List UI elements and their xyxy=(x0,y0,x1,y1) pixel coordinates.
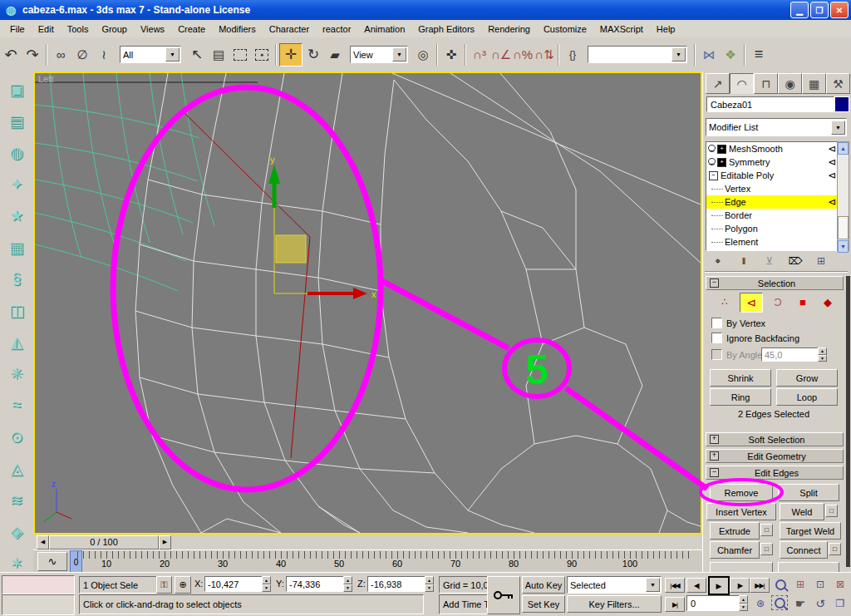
tab-display-icon[interactable]: ▦ xyxy=(802,73,826,94)
constraint-solver-icon[interactable]: ◈ xyxy=(4,517,29,545)
menu-rendering[interactable]: Rendering xyxy=(481,22,537,36)
move-gizmo[interactable]: x y xyxy=(268,155,376,299)
chamfer-button[interactable]: Chamfer xyxy=(710,541,760,559)
border-mode-icon[interactable]: Ɔ xyxy=(768,293,788,311)
loop-button[interactable]: Loop xyxy=(776,388,838,406)
make-unique-icon[interactable]: ⊻ xyxy=(761,254,778,268)
reference-coordinate-dropdown[interactable]: View ▼ xyxy=(350,46,408,63)
menu-file[interactable]: File xyxy=(3,22,32,36)
min-max-toggle-icon[interactable]: ❐ xyxy=(831,595,849,612)
clipped-button[interactable] xyxy=(710,562,773,572)
motor-icon[interactable]: ✳ xyxy=(4,359,29,387)
lightbulb-icon[interactable] xyxy=(708,145,716,151)
object-color-swatch[interactable] xyxy=(834,96,849,112)
select-and-rotate-icon[interactable]: ↻ xyxy=(303,44,324,66)
target-weld-button[interactable]: Target Weld xyxy=(780,522,841,540)
scroll-down-icon[interactable]: ▼ xyxy=(838,240,849,253)
open-mini-curve-editor-button[interactable]: ∿ xyxy=(37,552,67,571)
extrude-settings-button[interactable]: □ xyxy=(760,524,773,536)
redo-icon[interactable]: ↷ xyxy=(22,44,43,66)
undo-icon[interactable]: ↶ xyxy=(0,44,22,66)
selection-rollout-header[interactable]: − Selection xyxy=(706,276,844,290)
menu-customize[interactable]: Customize xyxy=(537,22,593,36)
extrude-button[interactable]: Extrude xyxy=(710,522,760,540)
by-angle-checkbox[interactable]: By Angle: xyxy=(711,349,765,360)
chevron-down-icon[interactable]: ▼ xyxy=(392,47,406,62)
soft-body-collection-icon[interactable]: ◍ xyxy=(4,138,29,166)
go-to-end-button[interactable]: ▶▶| xyxy=(750,578,770,593)
close-button[interactable]: ✕ xyxy=(830,2,849,18)
menu-edit[interactable]: Edit xyxy=(32,22,61,36)
weld-settings-button[interactable]: □ xyxy=(825,505,838,517)
deforming-mesh-collection-icon[interactable]: ★ xyxy=(4,201,29,229)
configure-modifier-sets-icon[interactable]: ⊞ xyxy=(813,254,829,268)
z-coord-field[interactable]: -16,938 xyxy=(367,576,428,592)
show-end-result-icon[interactable]: ‖ xyxy=(735,254,752,268)
clipped-button[interactable] xyxy=(778,562,839,572)
zoom-icon[interactable] xyxy=(771,576,790,593)
viewport-label[interactable]: Left xyxy=(38,74,53,84)
rigid-body-collection-icon[interactable]: ▣ xyxy=(4,75,29,103)
weld-button[interactable]: Weld xyxy=(780,503,824,520)
key-filter-dropdown[interactable]: Selected ▼ xyxy=(567,576,662,594)
select-and-move-icon[interactable]: ✛ xyxy=(279,43,303,67)
set-key-button[interactable]: Set Key xyxy=(522,595,565,613)
linear-dashpot-icon[interactable]: ◫ xyxy=(4,296,29,324)
soft-selection-rollout[interactable]: + Soft Selection xyxy=(706,432,844,446)
selection-lock-icon[interactable]: ⚿ xyxy=(156,576,172,594)
wind-icon[interactable]: ≈ xyxy=(4,391,29,419)
stack-scrollbar[interactable]: ▲ ▼ xyxy=(837,141,849,251)
zoom-extents-all-icon[interactable]: ⊠ xyxy=(831,576,849,593)
stack-item-vertex[interactable]: Vertex xyxy=(706,182,838,195)
stack-item-symmetry[interactable]: + Symmetry ⊲ xyxy=(706,155,838,169)
set-keys-button[interactable] xyxy=(487,576,520,614)
layer-manager-icon[interactable]: ≡ xyxy=(748,44,770,66)
menu-animation[interactable]: Animation xyxy=(357,22,411,36)
shrink-button[interactable]: Shrink xyxy=(710,369,771,387)
by-vertex-checkbox[interactable]: By Vertex xyxy=(711,318,765,328)
toy-car-icon[interactable]: ⊙ xyxy=(4,422,29,451)
use-pivot-center-icon[interactable]: ◎ xyxy=(412,44,434,66)
expand-icon[interactable]: + xyxy=(717,145,726,154)
y-coord-field[interactable]: -74,336 xyxy=(286,576,347,592)
auto-key-button[interactable]: Auto Key xyxy=(522,576,565,594)
spinner-snap-icon[interactable]: ∩⇅ xyxy=(534,44,555,66)
x-coord-field[interactable]: -10,427 xyxy=(204,576,265,592)
ignore-backfacing-checkbox[interactable]: Ignore Backfacing xyxy=(711,333,799,343)
stack-item-border[interactable]: Border xyxy=(706,209,838,222)
tab-utilities-icon[interactable]: ⚒ xyxy=(826,73,850,94)
maxscript-mini-listener-gray[interactable] xyxy=(2,594,75,615)
select-and-scale-icon[interactable]: ▰ xyxy=(324,44,346,66)
previous-frame-icon[interactable]: ◀ xyxy=(37,535,49,549)
menu-character[interactable]: Character xyxy=(263,22,316,36)
tab-modify-icon[interactable]: ◠ xyxy=(730,73,754,94)
percent-snap-icon[interactable]: ∩% xyxy=(512,44,534,66)
vertex-mode-icon[interactable]: ∴ xyxy=(715,293,735,311)
stack-item-meshsmooth[interactable]: + MeshSmooth ⊲ xyxy=(706,142,838,155)
collapse-icon[interactable]: − xyxy=(709,171,718,180)
element-mode-icon[interactable]: ◆ xyxy=(818,293,838,311)
selection-filter-dropdown[interactable]: All ▼ xyxy=(120,46,181,63)
spring-icon[interactable]: § xyxy=(4,264,29,293)
select-and-link-icon[interactable]: ∞ xyxy=(50,44,71,66)
align-icon[interactable]: ❖ xyxy=(720,44,741,66)
menu-help[interactable]: Help xyxy=(650,22,682,36)
menu-create[interactable]: Create xyxy=(171,22,212,36)
cloth-collection-icon[interactable]: ▤ xyxy=(4,106,29,135)
bind-to-spacewarp-icon[interactable]: ≀ xyxy=(93,44,115,66)
restore-button[interactable]: ❐ xyxy=(810,2,829,18)
angle-snap-icon[interactable]: ∩∠ xyxy=(490,44,512,66)
pan-hand-icon[interactable]: ☛ xyxy=(791,595,809,612)
edit-geometry-rollout[interactable]: + Edit Geometry xyxy=(706,449,844,463)
tab-motion-icon[interactable]: ◉ xyxy=(778,73,802,94)
window-crossing-icon[interactable]: ● xyxy=(251,44,273,66)
panel-scrollbar[interactable] xyxy=(846,276,850,567)
water-icon[interactable]: ≋ xyxy=(4,485,29,514)
stack-item-polygon[interactable]: Polygon xyxy=(706,222,838,235)
object-name-field[interactable]: Cabeza01 xyxy=(706,96,834,112)
time-configuration-icon[interactable]: ⊛ xyxy=(751,595,770,612)
polygon-mode-icon[interactable]: ■ xyxy=(793,293,813,311)
maxscript-mini-listener-pink[interactable] xyxy=(2,575,75,594)
absolute-offset-mode-icon[interactable]: ⊕ xyxy=(175,576,191,594)
chevron-down-icon[interactable]: ▼ xyxy=(831,121,845,135)
